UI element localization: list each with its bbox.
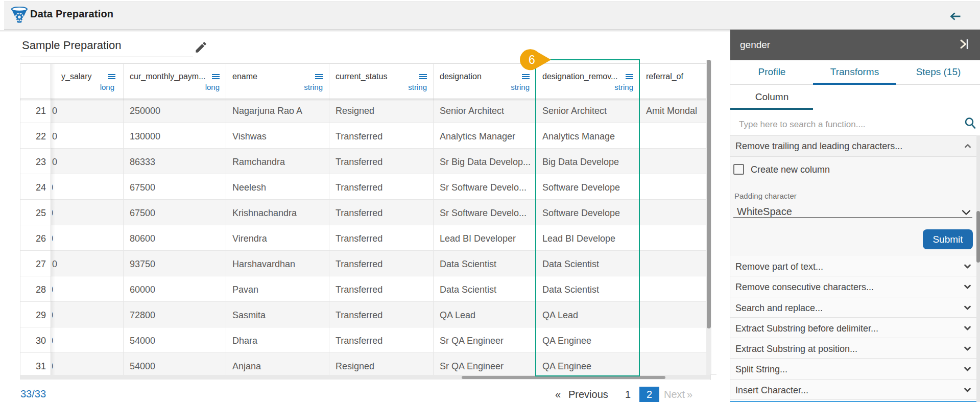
svg-text:6: 6: [529, 53, 535, 66]
